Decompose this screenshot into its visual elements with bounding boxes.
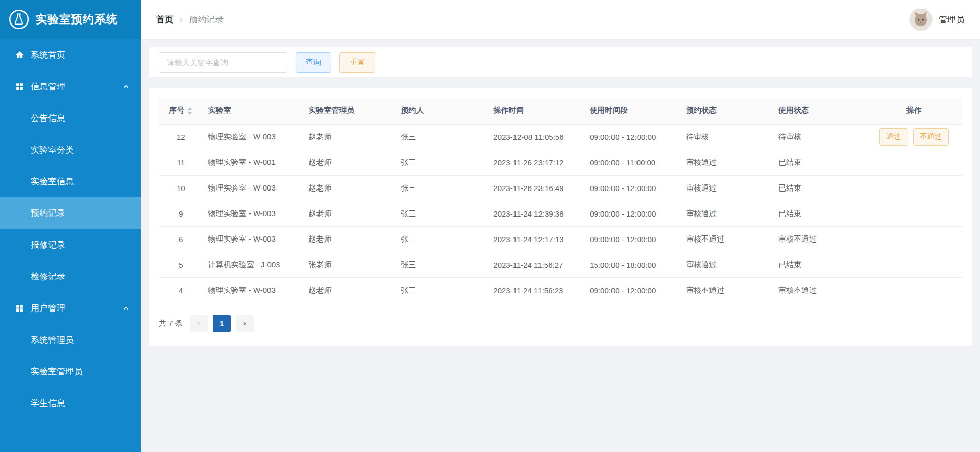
cell-use_status: 审核不通过 xyxy=(773,277,866,303)
sidebar-item-label: 实验室分类 xyxy=(31,144,74,156)
top-bar: 首页 › 预约记录 管理员 xyxy=(141,0,980,39)
user-menu[interactable]: 管理员 xyxy=(909,8,965,31)
cell-approve_status: 审核不通过 xyxy=(681,226,773,252)
home-icon xyxy=(15,50,24,59)
sort-carets-icon[interactable] xyxy=(187,107,192,115)
cell-op_time: 2023-11-26 23:17:12 xyxy=(488,150,584,175)
cell-approve_status: 审核通过 xyxy=(681,201,773,226)
cell-lab: 物理实验室 - W-003 xyxy=(203,201,304,226)
next-page-button[interactable]: › xyxy=(236,315,254,332)
app-title: 实验室预约系统 xyxy=(36,12,118,27)
cell-manager: 赵老师 xyxy=(303,124,396,150)
cell-actions xyxy=(866,277,962,303)
cell-use_status: 已结束 xyxy=(773,252,866,277)
content-area: 查询 重置 序号实验室实验室管理员预约人操作时间使用时间段预约状态使用状态操作 … xyxy=(141,39,980,452)
cell-manager: 赵老师 xyxy=(303,201,396,226)
cell-actions: 通过不通过 xyxy=(866,124,962,150)
cell-op_time: 2023-11-24 12:17:13 xyxy=(488,226,584,252)
search-input[interactable] xyxy=(159,52,287,73)
cell-actions xyxy=(866,252,962,277)
cat-avatar[interactable] xyxy=(909,8,933,31)
app-root: 实验室预约系统 系统首页信息管理公告信息实验室分类实验室信息预约记录报修记录检修… xyxy=(0,0,980,452)
sidebar-item-system-admins[interactable]: 系统管理员 xyxy=(0,324,141,355)
column-label: 预约人 xyxy=(401,106,424,114)
pagination: 共 7 条 ‹ 1 › xyxy=(159,303,962,332)
table-row: 4物理实验室 - W-003赵老师张三2023-11-24 11:56:2309… xyxy=(159,277,962,303)
search-panel: 查询 重置 xyxy=(149,47,972,77)
cell-reserver: 张三 xyxy=(396,175,488,201)
user-name: 管理员 xyxy=(939,14,965,26)
cell-actions xyxy=(866,226,962,252)
breadcrumb-separator-icon: › xyxy=(180,14,183,25)
sidebar-item-home[interactable]: 系统首页 xyxy=(0,39,141,70)
cell-use_status: 已结束 xyxy=(773,201,866,226)
cell-manager: 张老师 xyxy=(303,252,396,277)
cell-seq: 11 xyxy=(159,150,203,175)
breadcrumb-home[interactable]: 首页 xyxy=(156,14,174,26)
cell-manager: 赵老师 xyxy=(303,175,396,201)
sidebar-item-label: 公告信息 xyxy=(31,112,65,124)
app-logo: 实验室预约系统 xyxy=(0,0,141,39)
sidebar-item-label: 系统管理员 xyxy=(31,334,74,346)
cell-seq: 4 xyxy=(159,277,203,303)
cell-manager: 赵老师 xyxy=(303,226,396,252)
column-header-actions: 操作 xyxy=(866,98,962,124)
query-button[interactable]: 查询 xyxy=(296,52,331,73)
sidebar-item-lab-categories[interactable]: 实验室分类 xyxy=(0,134,141,165)
column-header-use_status: 使用状态 xyxy=(773,98,866,124)
cell-reserver: 张三 xyxy=(396,277,488,303)
grid-icon xyxy=(15,82,24,91)
breadcrumb: 首页 › 预约记录 xyxy=(156,14,224,26)
sidebar-item-label: 预约记录 xyxy=(31,207,65,219)
total-count-label: 共 7 条 xyxy=(159,319,183,328)
column-header-reserver: 预约人 xyxy=(396,98,488,124)
sidebar-item-label: 检修记录 xyxy=(31,271,65,282)
column-header-lab: 实验室 xyxy=(203,98,304,124)
sidebar-item-repair-records[interactable]: 报修记录 xyxy=(0,229,141,260)
table-row: 5计算机实验室 - J-003张老师张三2023-11-24 11:56:271… xyxy=(159,252,962,277)
cell-use_period: 15:00:00 - 18:00:00 xyxy=(584,252,681,277)
cell-reserver: 张三 xyxy=(396,226,488,252)
table-row: 9物理实验室 - W-003赵老师张三2023-11-24 12:39:3809… xyxy=(159,201,962,226)
sidebar-item-label: 实验室信息 xyxy=(31,176,74,187)
cell-reserver: 张三 xyxy=(396,124,488,150)
prev-page-button[interactable]: ‹ xyxy=(190,315,208,332)
table-row: 12物理实验室 - W-003赵老师张三2023-12-08 11:05:560… xyxy=(159,124,962,150)
cell-lab: 计算机实验室 - J-003 xyxy=(203,252,304,277)
column-label: 实验室管理员 xyxy=(308,106,354,114)
sidebar-item-student-info[interactable]: 学生信息 xyxy=(0,387,141,419)
cell-seq: 9 xyxy=(159,201,203,226)
cell-seq: 10 xyxy=(159,175,203,201)
cell-lab: 物理实验室 - W-003 xyxy=(203,124,304,150)
cell-op_time: 2023-11-26 23:16:49 xyxy=(488,175,584,201)
sidebar-item-lab-info[interactable]: 实验室信息 xyxy=(0,165,141,197)
cell-actions xyxy=(866,201,962,226)
cell-op_time: 2023-11-24 11:56:27 xyxy=(488,252,584,277)
column-label: 序号 xyxy=(169,106,184,114)
breadcrumb-current: 预约记录 xyxy=(189,14,224,26)
sidebar-item-reservation-records[interactable]: 预约记录 xyxy=(0,197,141,229)
sidebar-item-maintenance-records[interactable]: 检修记录 xyxy=(0,260,141,292)
table-row: 11物理实验室 - W-001赵老师张三2023-11-26 23:17:120… xyxy=(159,150,962,175)
sidebar-item-user-management[interactable]: 用户管理 xyxy=(0,292,141,324)
reject-button[interactable]: 不通过 xyxy=(913,128,949,146)
sidebar-item-info-management[interactable]: 信息管理 xyxy=(0,70,141,102)
cell-use_period: 09:00:00 - 12:00:00 xyxy=(584,175,681,201)
page-number-button[interactable]: 1 xyxy=(213,315,231,332)
cell-use_status: 已结束 xyxy=(773,150,866,175)
reset-button[interactable]: 重置 xyxy=(339,52,375,73)
cell-manager: 赵老师 xyxy=(303,150,396,175)
sidebar-item-label: 实验室管理员 xyxy=(31,366,83,377)
column-header-seq[interactable]: 序号 xyxy=(159,98,203,124)
cell-seq: 12 xyxy=(159,124,203,150)
approve-button[interactable]: 通过 xyxy=(879,128,908,146)
cell-reserver: 张三 xyxy=(396,150,488,175)
column-header-manager: 实验室管理员 xyxy=(303,98,396,124)
cell-lab: 物理实验室 - W-003 xyxy=(203,277,304,303)
sidebar-item-label: 系统首页 xyxy=(31,49,65,61)
table-body: 12物理实验室 - W-003赵老师张三2023-12-08 11:05:560… xyxy=(159,124,962,303)
column-label: 实验室 xyxy=(208,106,231,114)
sidebar-item-announcements[interactable]: 公告信息 xyxy=(0,102,141,134)
cell-lab: 物理实验室 - W-003 xyxy=(203,226,304,252)
sidebar-item-lab-admins[interactable]: 实验室管理员 xyxy=(0,355,141,387)
